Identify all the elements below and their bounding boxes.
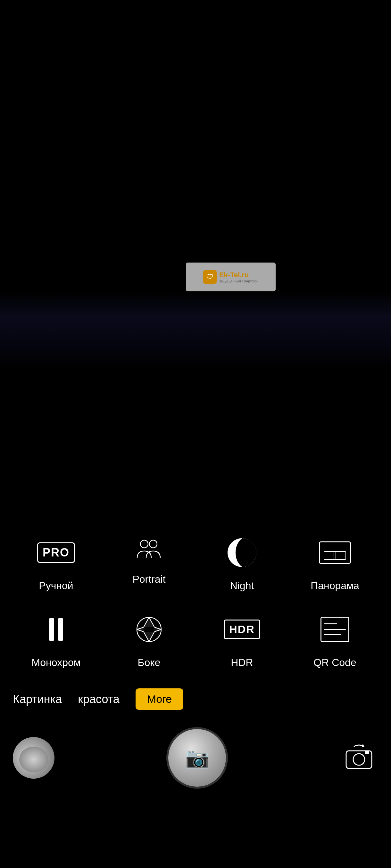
- mode-pro[interactable]: PRO Ручной: [9, 535, 103, 593]
- mode-krasota[interactable]: красота: [78, 692, 119, 706]
- mode-kartinka[interactable]: Картинка: [13, 692, 62, 706]
- flip-camera-icon: [343, 742, 375, 774]
- mode-hdr[interactable]: HDR HDR: [196, 612, 288, 670]
- watermark-text-block: Ek-Tel.ru защищённый смартфон: [219, 271, 258, 283]
- more-button[interactable]: More: [136, 688, 183, 710]
- mode-night[interactable]: Night: [196, 535, 288, 593]
- controls-area: PRO Ручной Portrait Ni: [0, 516, 391, 868]
- shutter-button[interactable]: 📷: [168, 729, 226, 787]
- portrait-svg: [135, 535, 163, 564]
- watermark-icon: 🛡: [203, 270, 217, 284]
- watermark-site: Ek-Tel.ru: [219, 271, 258, 279]
- svg-marker-12: [155, 627, 161, 632]
- pro-icon: PRO: [38, 535, 74, 570]
- mode-portrait-label: Portrait: [132, 573, 165, 586]
- bokeh-icon: [132, 612, 167, 647]
- svg-point-16: [353, 754, 365, 765]
- mode-night-label: Night: [230, 579, 254, 593]
- svg-point-1: [149, 540, 157, 548]
- mode-pro-label: Ручной: [39, 579, 73, 593]
- camera-icon: 📷: [185, 747, 209, 769]
- monochrome-icon: [38, 612, 74, 647]
- svg-marker-13: [144, 632, 155, 642]
- night-icon: [224, 535, 260, 570]
- mode-grid: PRO Ручной Portrait Ni: [0, 516, 391, 669]
- qr-icon: [317, 612, 353, 647]
- mode-portrait[interactable]: Portrait: [103, 535, 196, 593]
- watermark-subtext: защищённый смартфон: [219, 279, 258, 283]
- svg-rect-17: [365, 751, 369, 754]
- panorama-icon: [317, 535, 353, 570]
- shutter-row: 📷: [0, 710, 391, 787]
- mode-hdr-label: HDR: [231, 656, 253, 670]
- bottom-modes-bar: Картинка красота More: [0, 669, 391, 710]
- mode-qrcode[interactable]: QR Code: [288, 612, 381, 670]
- flip-camera-button[interactable]: [340, 739, 378, 777]
- mode-bokeh[interactable]: Боке: [103, 612, 196, 670]
- svg-point-0: [140, 540, 148, 548]
- mode-monochrome-label: Монохром: [31, 656, 81, 670]
- gallery-thumbnail[interactable]: [13, 737, 55, 779]
- portrait-icon: [135, 535, 163, 564]
- mode-monochrome[interactable]: Монохром: [9, 612, 103, 670]
- svg-marker-14: [137, 627, 144, 632]
- hdr-icon: HDR: [224, 612, 260, 647]
- mode-panorama[interactable]: Панорама: [288, 535, 381, 593]
- mode-bokeh-label: Боке: [138, 656, 161, 670]
- watermark: 🛡 Ek-Tel.ru защищённый смартфон: [186, 262, 276, 291]
- svg-marker-11: [144, 617, 155, 627]
- mode-panorama-label: Панорама: [311, 579, 359, 593]
- mode-qrcode-label: QR Code: [313, 656, 356, 670]
